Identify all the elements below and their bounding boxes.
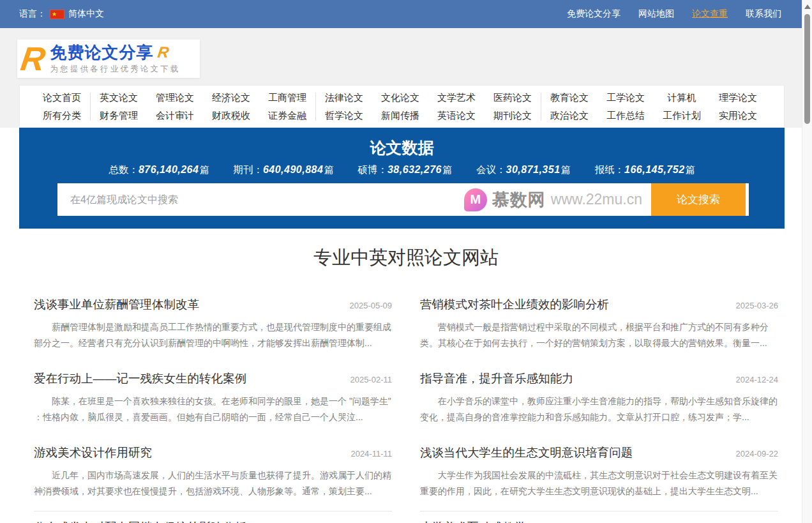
main-content: 专业中英对照论文网站 浅谈事业单位薪酬管理体制改革2025-05-09薪酬管理体… [0,229,812,523]
header: R 免费论文分享 R 为您提供各行业优秀论文下载 论文首页所有分类英文论文财务管… [0,28,802,128]
article-date: 2024-09-22 [736,449,779,459]
article-title-link[interactable]: 浅谈当代大学生的生态文明意识培育问题 [420,444,633,461]
hero-banner: 论文数据 总数：876,140,264篇期刊：640,490,884篇硕博：38… [19,128,785,229]
topbar-link[interactable]: 免费论文分享 [567,8,620,20]
article-column-right: 营销模式对茶叶企业绩效的影响分析2025-03-26营销模式一般是指营销过程中采… [420,289,778,523]
article-date: 2025-05-09 [350,301,393,310]
article-excerpt: 大学生作为我国社会发展的中流砥柱，其生态文明意识对于社会生态文明建设有着至关重要… [420,467,778,499]
article-item: 指导音准，提升音乐感知能力2024-12-24在小学音乐的课堂中，教师应注重小学… [420,363,778,425]
article-item: 浅谈事业单位薪酬管理体制改革2025-05-09薪酬管理体制是激励和提高员工工作… [34,289,392,351]
nav-link[interactable]: 证券金融 [268,107,306,125]
search-bar: M 慕数网 www.22mu.cn 论文搜索 [57,183,749,216]
topbar-link[interactable]: 论文查重 [692,8,728,20]
article-excerpt: 薪酬管理体制是激励和提高员工工作热情的重要方式，也是现代管理制度中的重要组成部分… [34,319,392,351]
article-column-left: 浅谈事业单位薪酬管理体制改革2025-05-09薪酬管理体制是激励和提高员工工作… [34,289,392,523]
nav-link[interactable]: 文化论文 [381,89,419,107]
language-value[interactable]: 简体中文 [68,8,104,20]
site-logo[interactable]: R 免费论文分享 R 为您提供各行业优秀论文下载 [17,40,200,78]
nav-link[interactable]: 工商管理 [268,89,306,107]
logo-subtitle: 为您提供各行业优秀论文下载 [50,64,181,75]
main-nav: 论文首页所有分类英文论文财务管理管理论文会计审计经济论文财政税收工商管理证券金融… [19,85,785,128]
article-title-link[interactable]: 爱在行动上——记一残疾女生的转化案例 [34,370,246,387]
article-title-link[interactable]: 营销模式对茶叶企业绩效的影响分析 [420,296,609,313]
nav-link[interactable]: 财政税收 [212,107,250,125]
article-item: 浅谈当代大学生的生态文明意识培育问题2024-09-22大学生作为我国社会发展的… [420,437,778,499]
nav-link[interactable]: 医药论文 [493,89,532,107]
section-title: 专业中英对照论文网站 [34,244,778,271]
article-date: 2025-03-26 [736,301,779,310]
language-label: 语言： [19,8,46,20]
scrollbar-up-arrow-icon[interactable] [804,4,811,9]
watermark-name: 慕数网 [492,188,546,211]
nav-link[interactable]: 财务管理 [100,107,138,125]
article-excerpt: 陈某，在班里是一个喜欢独来独往的女孩。在老师和同学的眼里，她是一个 "问题学生"… [34,393,392,425]
article-excerpt: 在小学音乐的课堂中，教师应注重小学生音准能力的指导，帮助小学生感知音乐旋律的变化… [420,393,778,425]
watermark-url: www.22mu.cn [551,191,642,208]
logo-r-icon: R [19,42,47,75]
logo-title: 免费论文分享 [50,43,154,61]
nav-link[interactable]: 实用论文 [719,107,757,125]
article-item: 爱在行动上——记一残疾女生的转化案例2025-02-11陈某，在班里是一个喜欢独… [34,363,392,425]
nav-link[interactable]: 工作计划 [663,107,701,125]
nav-link[interactable]: 论文首页 [43,89,81,107]
nav-link[interactable]: 哲学论文 [325,107,363,125]
topbar-links: 免费论文分享网站地图论文查重联系我们 [567,8,781,20]
nav-link[interactable]: 英语论文 [437,107,476,125]
article-item: 小学美术互动式教学2024-07-09 [420,511,778,523]
scrollbar-thumb[interactable] [804,14,810,124]
language-switcher[interactable]: 语言： ★ 简体中文 [19,8,104,20]
hero-stat: 总数：876,140,264篇 [109,163,209,177]
nav-link[interactable]: 计算机 [668,89,696,107]
nav-link[interactable]: 经济论文 [212,89,250,107]
hero-stat: 期刊：640,490,884篇 [233,163,333,177]
article-title-link[interactable]: 指导音准，提升音乐感知能力 [420,370,574,387]
article-title-link[interactable]: 小学美术互动式教学 [420,519,527,523]
nav-link[interactable]: 工学论文 [606,89,645,107]
nav-link[interactable]: 会计审计 [156,107,194,125]
hero-stat: 会议：30,871,351篇 [476,163,571,177]
topbar: 语言： ★ 简体中文 免费论文分享网站地图论文查重联系我们 [0,0,802,28]
nav-link[interactable]: 政治论文 [550,107,589,125]
topbar-link[interactable]: 联系我们 [746,8,781,20]
logo-r-small-icon: R [156,45,170,60]
nav-link[interactable]: 管理论文 [156,89,194,107]
nav-link[interactable]: 文学艺术 [437,89,476,107]
hero-stats: 总数：876,140,264篇期刊：640,490,884篇硕博：38,632,… [19,163,785,177]
nav-link[interactable]: 新闻传播 [381,107,419,125]
watermark: M 慕数网 www.22mu.cn [464,188,642,211]
article-date: 2024-12-24 [736,375,779,384]
page-scrollbar[interactable] [802,0,812,523]
article-excerpt: 近几年，国内市场高速发展，人们的生活水平与质量也获得了提升。游戏属于人们的精神消… [34,467,392,499]
search-button[interactable]: 论文搜索 [651,183,746,216]
article-item: 分布式发电对配电网继电保护的影响分析2024-07-23 [34,511,392,523]
article-title-link[interactable]: 游戏美术设计作用研究 [34,444,152,461]
article-item: 营销模式对茶叶企业绩效的影响分析2025-03-26营销模式一般是指营销过程中采… [420,289,778,351]
watermark-logo-icon: M [464,188,487,211]
article-date: 2024-11-11 [350,449,392,459]
nav-link[interactable]: 教育论文 [550,89,589,107]
article-title-link[interactable]: 分布式发电对配电网继电保护的影响分析 [34,519,246,523]
hero-stat: 报纸：166,145,752篇 [595,163,695,177]
nav-link[interactable]: 期刊论文 [493,107,532,125]
article-item: 游戏美术设计作用研究2024-11-11近几年，国内市场高速发展，人们的生活水平… [34,437,392,499]
china-flag-icon: ★ [50,10,64,19]
nav-link[interactable]: 法律论文 [325,89,363,107]
nav-link[interactable]: 工作总结 [606,107,645,125]
nav-link[interactable]: 理学论文 [719,89,757,107]
hero-stat: 硕博：38,632,276篇 [357,163,452,177]
topbar-link[interactable]: 网站地图 [638,8,674,20]
search-input[interactable] [57,183,464,216]
article-excerpt: 营销模式一般是指营销过程中采取的不同模式，根据平台和推广方式的不同有多种分类。其… [420,319,778,351]
nav-link[interactable]: 英文论文 [100,89,138,107]
article-title-link[interactable]: 浅谈事业单位薪酬管理体制改革 [34,296,199,313]
nav-link[interactable]: 所有分类 [43,107,81,125]
article-list: 浅谈事业单位薪酬管理体制改革2025-05-09薪酬管理体制是激励和提高员工工作… [34,289,778,523]
hero-title: 论文数据 [19,137,785,158]
article-date: 2025-02-11 [350,375,392,384]
